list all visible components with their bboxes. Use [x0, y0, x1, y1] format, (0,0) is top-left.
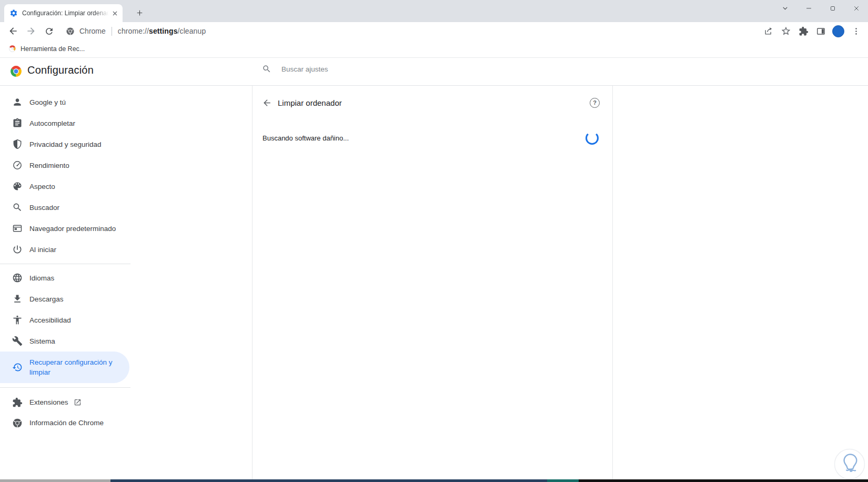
person-icon	[12, 97, 23, 107]
subpage-header: Limpiar ordenador ?	[253, 86, 612, 119]
sidebar-item-informacion-de-chrome[interactable]: Información de Chrome	[0, 413, 129, 433]
reload-icon[interactable]	[43, 25, 55, 37]
sidebar-item-rendimiento[interactable]: Rendimiento	[0, 155, 129, 176]
browser-menu-dots-icon[interactable]	[850, 25, 862, 37]
forward-icon[interactable]	[25, 25, 37, 37]
bulb-watermark-icon	[833, 448, 866, 480]
extensions-puzzle-icon[interactable]	[798, 25, 809, 37]
back-arrow-icon[interactable]	[262, 98, 272, 108]
browser-toolbar: Chrome chrome://settings/cleanup	[0, 22, 868, 40]
bookmark-label: Herramienta de Rec...	[21, 45, 85, 53]
palette-icon	[12, 181, 23, 192]
settings-search[interactable]	[262, 64, 419, 74]
sidebar-item-label: Descargas	[29, 295, 64, 303]
maximize-button[interactable]	[821, 0, 844, 16]
external-link-icon	[74, 398, 82, 406]
sidebar-item-label: Rendimiento	[29, 162, 69, 169]
search-icon	[262, 64, 271, 74]
search-icon	[12, 202, 23, 213]
profile-avatar[interactable]	[832, 25, 844, 37]
bookmark-item[interactable]: Herramienta de Rec...	[8, 45, 85, 53]
sidebar-item-label: Buscador	[29, 204, 59, 212]
sidebar-item-extensiones[interactable]: Extensiones	[0, 392, 129, 413]
sidebar-item-sistema[interactable]: Sistema	[0, 330, 129, 352]
bookmarks-bar: Herramienta de Rec...	[0, 40, 868, 58]
minimize-button[interactable]	[797, 0, 821, 16]
tab-close-icon[interactable]	[110, 9, 119, 18]
help-icon[interactable]: ?	[590, 98, 600, 108]
back-icon[interactable]	[7, 25, 19, 37]
tab-search-chevron-icon[interactable]	[773, 0, 797, 16]
sidebar-item-aspecto[interactable]: Aspecto	[0, 176, 129, 197]
sidebar-item-label: Extensiones	[29, 398, 68, 406]
history-icon	[12, 362, 23, 373]
puzzle-icon	[12, 397, 23, 408]
omnibox-url[interactable]: chrome://settings/cleanup	[118, 27, 206, 35]
page-title: Configuración	[27, 64, 94, 76]
toolbar-right-icons	[763, 25, 868, 37]
omnibox-product-label: Chrome	[79, 27, 106, 35]
sidebar-item-al-iniciar[interactable]: Al iniciar	[0, 239, 129, 260]
chrome-logo-icon	[12, 418, 23, 428]
sidebar-item-label: Navegador predeterminado	[29, 225, 116, 233]
sidebar-item-label: Sistema	[29, 337, 55, 345]
scan-status-text: Buscando software dañino...	[263, 134, 349, 142]
settings-gear-favicon	[9, 9, 18, 17]
sidebar-item-buscador[interactable]: Buscador	[0, 197, 129, 218]
sidebar-item-label: Autocompletar	[29, 119, 75, 127]
cleanup-subpage: Limpiar ordenador ? Buscando software da…	[252, 86, 613, 479]
sidebar-item-label: Al iniciar	[29, 246, 56, 254]
omnibox-divider	[112, 27, 112, 36]
bookmark-favicon	[8, 45, 16, 53]
sidebar-item-descargas[interactable]: Descargas	[0, 288, 129, 309]
sidebar-item-google-y-tu[interactable]: Google y tú	[0, 92, 129, 113]
sidebar-item-label: Información de Chrome	[29, 419, 104, 427]
chrome-grey-logo-icon	[66, 27, 75, 36]
subpage-title: Limpiar ordenador	[278, 98, 342, 107]
side-panel-icon[interactable]	[815, 25, 826, 37]
taskbar-edge	[0, 479, 868, 482]
sidebar-item-label: Privacidad y seguridad	[29, 140, 102, 148]
sidebar-item-accesibilidad[interactable]: Accesibilidad	[0, 309, 129, 330]
settings-header: Configuración	[0, 58, 868, 86]
sidebar-item-navegador-predeterminado[interactable]: Navegador predeterminado	[0, 218, 129, 239]
url-path: /cleanup	[178, 27, 206, 35]
shield-icon	[12, 139, 23, 149]
wrench-icon	[12, 336, 23, 346]
url-host: settings	[149, 27, 177, 35]
sidebar-item-autocompletar[interactable]: Autocompletar	[0, 113, 129, 134]
sidebar-divider	[0, 387, 130, 388]
sidebar-item-idiomas[interactable]: Idiomas	[0, 267, 129, 288]
sidebar-item-label: Recuperar configuración y limpiar	[29, 357, 124, 377]
window-controls	[773, 0, 868, 16]
power-icon	[12, 244, 23, 255]
sidebar-item-label: Accesibilidad	[29, 316, 71, 324]
sidebar-item-privacidad[interactable]: Privacidad y seguridad	[0, 134, 129, 155]
sidebar-item-label: Google y tú	[29, 98, 66, 106]
url-scheme: chrome://	[118, 27, 149, 35]
tab-title: Configuración: Limpiar ordenador	[22, 9, 110, 17]
tab-strip: Configuración: Limpiar ordenador	[0, 0, 868, 22]
download-icon	[12, 294, 23, 304]
browser-tab[interactable]: Configuración: Limpiar ordenador	[4, 4, 123, 22]
bookmark-star-icon[interactable]	[780, 25, 792, 37]
new-tab-button[interactable]	[133, 6, 146, 19]
browser-window-icon	[12, 223, 23, 234]
sidebar-item-recuperar-y-limpiar[interactable]: Recuperar configuración y limpiar	[0, 352, 129, 383]
sidebar-item-label: Aspecto	[29, 183, 55, 190]
sidebar-divider	[0, 264, 130, 264]
loading-spinner	[586, 132, 599, 145]
speedometer-icon	[12, 160, 23, 170]
chrome-logo-icon	[9, 65, 23, 78]
globe-icon	[12, 273, 23, 283]
close-window-button[interactable]	[844, 0, 868, 16]
share-icon[interactable]	[763, 25, 774, 37]
accessibility-icon	[12, 315, 23, 325]
search-input[interactable]	[280, 65, 419, 74]
autofill-clipboard-icon	[12, 118, 23, 128]
settings-sidebar: Google y tú Autocompletar Privacidad y s…	[0, 92, 132, 433]
sidebar-item-label: Idiomas	[29, 274, 54, 282]
